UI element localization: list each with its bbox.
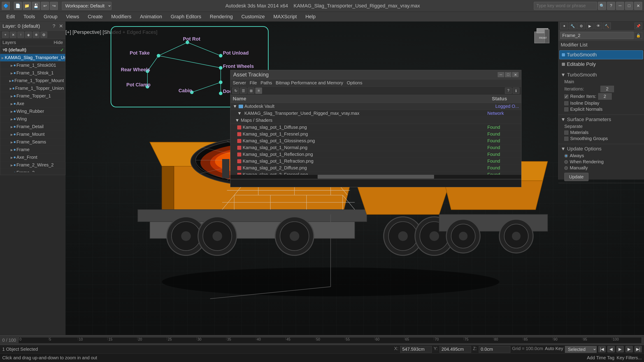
layer-item[interactable]: ▸Wing_Rubber (0, 108, 65, 115)
update-section-title[interactable]: ▼ Update Options (561, 146, 642, 152)
timeline-tick[interactable]: 45 (286, 338, 315, 340)
new-button[interactable]: 📄 (14, 2, 22, 10)
y-coord-input[interactable] (440, 346, 471, 353)
mod-icon-display[interactable]: 👁 (594, 22, 602, 29)
turbosmooth-section-title[interactable]: ▼ TurboSmooth (561, 72, 642, 78)
modifier-editable-poly[interactable]: Editable Poly (559, 60, 643, 69)
layer-freeze-button[interactable]: ❄ (33, 31, 40, 38)
rendering-radio[interactable] (564, 160, 568, 164)
undo-button[interactable]: ↩ (41, 2, 49, 10)
menu-edit[interactable]: Edit (2, 12, 19, 21)
modifier-turbosmooth[interactable]: TurboSmooth (559, 50, 643, 59)
mod-pin-button[interactable]: 📌 (634, 22, 642, 29)
manually-radio[interactable] (564, 166, 568, 170)
keyframe-start-button[interactable]: |◀ (598, 346, 606, 352)
layer-item[interactable]: ▸Frame_Detail (0, 123, 65, 131)
timeline-tick[interactable]: 85 (523, 338, 552, 340)
asset-refresh-button[interactable]: ↻ (232, 87, 239, 94)
timeline-tick[interactable]: 95 (582, 338, 612, 340)
open-button[interactable]: 📁 (23, 2, 31, 10)
layer-item[interactable]: ▸Axe_Front (0, 154, 65, 161)
update-button[interactable]: Update (564, 173, 588, 181)
layer-item[interactable]: ▸Frame_2 (0, 169, 65, 172)
layer-item[interactable]: ▸Frame_1_Topper_Union (0, 85, 65, 92)
menu-help[interactable]: Help (301, 12, 320, 21)
mod-lock-button[interactable]: 🔒 (634, 32, 642, 39)
keyframe-prev-button[interactable]: ◀ (608, 346, 615, 352)
menu-group[interactable]: Group (40, 12, 62, 21)
menu-modifiers[interactable]: Modifiers (107, 12, 136, 21)
layers-close-button[interactable]: ✕ (59, 23, 63, 29)
asset-menu-paths[interactable]: Paths (260, 80, 272, 85)
asset-restore-button[interactable]: □ (505, 72, 511, 77)
asset-menu-options[interactable]: Options (347, 80, 362, 85)
asset-close-button[interactable]: ✕ (512, 72, 518, 77)
search-icon[interactable]: 🔍 (598, 2, 606, 10)
asset-list-button[interactable]: ☰ (240, 87, 247, 94)
layer-item[interactable]: ▸Frame (0, 146, 65, 154)
layer-select-button[interactable]: ◈ (25, 31, 32, 38)
asset-info-button[interactable]: ℹ (513, 87, 520, 94)
add-time-tag[interactable]: Add Time Tag (587, 355, 614, 361)
timeline-tick[interactable]: 50 (315, 338, 345, 340)
always-radio[interactable] (564, 154, 568, 158)
timeline-tick[interactable]: 65 (404, 338, 434, 340)
asset-details-button[interactable]: ≡ (255, 87, 262, 94)
timeline-tick[interactable]: 80 (493, 338, 523, 340)
menu-maxscript[interactable]: MAXScript (269, 12, 301, 21)
render-iters-input[interactable] (598, 93, 612, 100)
layer-item[interactable]: ▸Frame_1_Shtok001 (0, 61, 65, 69)
asset-scrollbar[interactable] (230, 175, 521, 179)
asset-minimize-button[interactable]: ─ (498, 72, 504, 77)
x-coord-input[interactable] (400, 346, 432, 353)
asset-file-row[interactable]: Kamag_slag_pot_1_Diffuse.pngFound (230, 124, 521, 131)
layer-move-button[interactable]: ↑ (18, 31, 24, 38)
isoline-check[interactable] (564, 101, 568, 105)
minimize-button[interactable]: ─ (616, 2, 624, 10)
layer-item[interactable]: ▸KAMAG_Slag_Transporter_Used_Rigged (0, 54, 65, 61)
mod-icon-modify[interactable]: 🔧 (569, 22, 576, 29)
timeline-tick[interactable]: 40 (256, 338, 286, 340)
z-coord-input[interactable] (479, 346, 510, 353)
timeline-tick[interactable]: 20 (137, 338, 167, 340)
layer-item[interactable]: ▼0 (default)✓ (0, 46, 65, 54)
workspace-selector[interactable]: Workspace: Default (62, 2, 112, 10)
nav-cube[interactable]: FRONT (531, 26, 552, 46)
layer-item[interactable]: ▸Frame_Mount (0, 131, 65, 138)
timeline-tick[interactable]: 35 (226, 338, 256, 340)
layer-item[interactable]: ▸Frame_Topper_1 (0, 92, 65, 100)
timeline-tick[interactable]: 0 (18, 338, 48, 340)
explicit-check[interactable] (564, 107, 568, 111)
timeline-tick[interactable]: 10 (78, 338, 108, 340)
timeline-tick[interactable]: 90 (552, 338, 582, 340)
layers-help-button[interactable]: ? (52, 23, 55, 29)
asset-row-file[interactable]: ▼KAMAG_Slag_Transporter_Used_Rigged_max_… (230, 110, 521, 117)
timeline-tick[interactable]: 15 (108, 338, 137, 340)
timeline-tick[interactable]: 30 (196, 338, 226, 340)
layer-item[interactable]: ▸Wing (0, 115, 65, 123)
timeline-tick[interactable]: 75 (464, 338, 493, 340)
maximize-button[interactable]: □ (625, 2, 633, 10)
layer-item[interactable]: ▸Frame_1_Shtok_1 (0, 69, 65, 77)
timeline-tick[interactable]: 5 (48, 338, 78, 340)
save-button[interactable]: 💾 (32, 2, 40, 10)
play-button[interactable]: ▶ (616, 346, 624, 352)
autokey-dropdown[interactable]: Selected (565, 346, 596, 353)
timeline-tick[interactable]: 60 (374, 338, 404, 340)
app-icon[interactable]: 🔷 (2, 2, 10, 10)
layer-item[interactable]: ▸Frame_Seams (0, 138, 65, 146)
render-iters-check[interactable]: ✓ (564, 94, 568, 99)
layer-item[interactable]: ▸Frame_1_Topper_Mount (0, 77, 65, 85)
mod-icon-create[interactable]: ✦ (560, 22, 568, 29)
timeline-tick[interactable]: 55 (345, 338, 374, 340)
keyframe-end-button[interactable]: ▶| (634, 346, 642, 352)
materials-check[interactable] (564, 131, 568, 135)
timeline-tick[interactable]: 25 (167, 338, 196, 340)
timeline-tick[interactable]: 100 (612, 338, 642, 340)
asset-icons-button[interactable]: ⊞ (248, 87, 254, 94)
asset-menu-server[interactable]: Server (233, 80, 246, 85)
asset-file-row[interactable]: Kamag_slag_pot_2_Diffuse.pngFound (230, 165, 521, 171)
object-name-field[interactable] (560, 32, 634, 39)
surface-section-title[interactable]: ▼ Surface Parameters (561, 117, 642, 122)
asset-file-row[interactable]: Kamag_slag_pot_1_Fresnel.pngFound (230, 131, 521, 138)
